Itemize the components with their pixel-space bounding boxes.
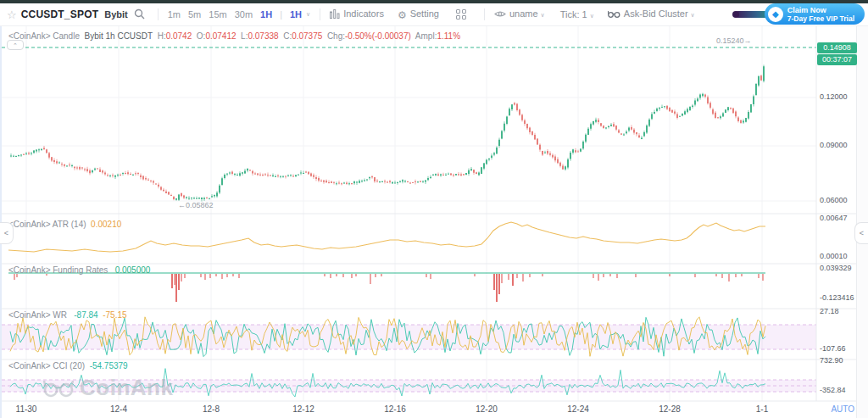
exchange-name[interactable]: Bybit: [104, 9, 128, 20]
symbol-name[interactable]: CCUSDT_SPOT: [21, 8, 99, 20]
setting-button[interactable]: ⚙Setting: [398, 8, 439, 21]
time-tick: 12-12: [292, 404, 314, 414]
chevron-down-icon: ∨: [590, 13, 594, 19]
claim-vip-button[interactable]: ◆ Claim Now 7-Day Free VIP Trial: [765, 3, 865, 25]
price-tick: 0.039329: [820, 264, 852, 272]
chevron-down-icon: ∨: [691, 12, 695, 18]
price-tick: 27.18: [820, 307, 839, 315]
last-price-badge: 0.14908: [817, 42, 857, 53]
divider: |: [280, 9, 282, 20]
cci-legend[interactable]: <CoinAnk> CCI (20) -54.75379: [8, 361, 128, 371]
tf-1h-active[interactable]: 1H: [260, 9, 272, 20]
uname-dropdown[interactable]: uname∨: [494, 8, 545, 20]
time-tick: 1-1: [756, 404, 768, 414]
price-tick: 0.00010: [820, 252, 848, 260]
price-tick: 0.00647: [820, 214, 848, 222]
price-tick: 0.06000: [820, 196, 848, 204]
divider: [158, 8, 159, 20]
price-tick: 0.12000: [820, 92, 848, 101]
vip-gem-icon: ◆: [768, 7, 783, 22]
time-tick: 12-4: [110, 404, 127, 414]
atr-legend[interactable]: <CoinAnk> ATR (14) 0.00210: [8, 220, 121, 229]
price-tick: -352.84: [820, 386, 846, 394]
time-tick: 12-28: [659, 404, 681, 414]
tf-1m[interactable]: 1m: [168, 9, 181, 20]
time-tick: 11-30: [16, 404, 37, 414]
search-icon[interactable]: [134, 8, 145, 21]
claim-line2: 7-Day Free VIP Trial: [787, 14, 854, 23]
watermark-text: CoinAnk: [80, 375, 173, 401]
price-tick: -107.66: [820, 344, 846, 353]
toolbar: ☆ CCUSDT_SPOT Bybit 1m 5m 15m 30m 1H | 1…: [0, 3, 868, 26]
divider: [484, 8, 485, 20]
countdown-badge: 00:37:07: [817, 54, 857, 65]
price-tick: -0.123416: [820, 293, 854, 302]
claim-line1: Claim Now: [787, 6, 854, 14]
right-panel-toggle[interactable]: <: [854, 222, 868, 244]
chevron-down-icon: ∨: [541, 12, 545, 18]
price-tick: 0.09000: [820, 141, 848, 149]
gradient-handle-left[interactable]: [732, 11, 739, 18]
glasses-logo-icon: [42, 378, 75, 398]
tf-15m[interactable]: 15m: [209, 9, 226, 20]
time-tick: 12-24: [567, 404, 589, 414]
tf-5m[interactable]: 5m: [188, 9, 201, 20]
chevron-down-icon[interactable]: ∨: [306, 11, 310, 18]
trading-terminal: ☆ CCUSDT_SPOT Bybit 1m 5m 15m 30m 1H | 1…: [0, 0, 868, 418]
candle-legend: <CoinAnk> Candle Bybit 1h CCUSDT H:0.074…: [8, 31, 460, 41]
funding-legend[interactable]: <CoinAnk> Funding Rates 0.005000: [8, 265, 150, 275]
layout-grid-icon[interactable]: [456, 9, 466, 20]
eye-off-icon: [494, 9, 506, 20]
price-tick: 732.90: [820, 356, 843, 365]
indicators-button[interactable]: Indicators: [330, 8, 384, 20]
left-panel-toggle[interactable]: <: [0, 222, 14, 244]
legend-collapse-button[interactable]: ⌃: [7, 40, 24, 50]
divider: [320, 8, 320, 20]
indicators-icon: [330, 9, 340, 20]
favorite-star-icon[interactable]: ☆: [7, 8, 17, 21]
auto-scale-button[interactable]: AUTO: [826, 404, 854, 414]
wr-legend[interactable]: <CoinAnk> WR -87.84 -75.15: [8, 310, 127, 320]
time-tick: 12-16: [384, 404, 406, 414]
tf-30m[interactable]: 30m: [235, 9, 253, 20]
chart-canvas[interactable]: [0, 0, 868, 418]
time-tick: 12-20: [476, 404, 498, 414]
tf-selected[interactable]: 1H: [290, 9, 302, 20]
browser-chrome-strip: [0, 0, 868, 3]
time-tick: 12-8: [203, 404, 220, 414]
session-high-annotation: 0.15240→: [716, 36, 752, 45]
tick-selector[interactable]: Tick: 1∨: [560, 9, 594, 20]
gear-icon: ⚙: [398, 9, 407, 21]
coinank-watermark: CoinAnk: [42, 375, 173, 401]
askbid-cluster-dropdown[interactable]: Ask-Bid Cluster∨: [608, 8, 695, 20]
session-low-annotation: ←0.05862: [178, 201, 214, 209]
glasses-icon: [608, 9, 620, 20]
